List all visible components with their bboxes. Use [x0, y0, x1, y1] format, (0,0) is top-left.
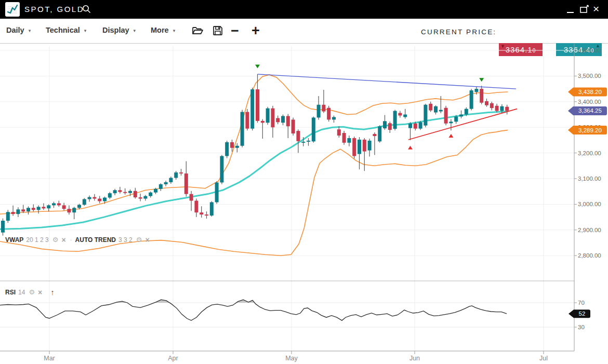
candle-body-up	[235, 146, 239, 148]
candle	[261, 119, 265, 139]
candle-body-down	[292, 119, 295, 133]
price-chart[interactable]: 3,600.003,500.003,400.003,300.003,200.00…	[0, 44, 608, 364]
candle-body-down	[67, 209, 71, 212]
menu-technical-label: Technical	[46, 26, 80, 34]
candle	[225, 141, 229, 158]
candle-body-down	[32, 208, 35, 210]
candle-body-up	[408, 124, 412, 128]
menu-technical[interactable]: Technical ▾	[46, 26, 86, 34]
candle	[88, 196, 91, 202]
candle-body-up	[419, 122, 422, 128]
zoom-out-button[interactable]: −	[231, 22, 239, 39]
candle-body-up	[403, 115, 407, 117]
candle	[179, 169, 183, 176]
rsi-label: RSI	[5, 289, 16, 296]
candle	[118, 187, 122, 194]
candle	[245, 109, 249, 130]
candle	[459, 111, 463, 118]
autotrend-params: 3 3 2	[118, 236, 133, 244]
candle	[495, 104, 499, 113]
candle	[6, 210, 10, 223]
candle	[205, 211, 208, 219]
vwap-settings-gear-icon[interactable]: ⚙	[52, 236, 59, 244]
rsi-remove-icon[interactable]: ×	[38, 289, 42, 295]
candle	[363, 138, 366, 171]
candle-body-up	[312, 117, 315, 141]
price-tick-label: 3,000.00	[578, 201, 601, 207]
candle-body-down	[373, 134, 376, 136]
price-tag: 3,289.20	[568, 126, 607, 134]
candle	[383, 115, 387, 130]
menu-more[interactable]: More ▾	[151, 26, 175, 34]
candle-body-up	[83, 199, 86, 205]
candle	[52, 201, 56, 208]
menu-more-label: More	[151, 26, 169, 34]
candle-body-up	[108, 193, 112, 197]
candle-body-up	[474, 89, 478, 92]
candle	[149, 192, 152, 198]
autotrend-remove-icon[interactable]: ×	[145, 237, 149, 243]
autotrend-settings-gear-icon[interactable]: ⚙	[136, 236, 142, 244]
minimize-window-icon[interactable]	[567, 7, 574, 13]
trendline-resistance[interactable]	[258, 74, 517, 89]
candle	[215, 181, 219, 204]
popout-window-icon[interactable]	[579, 5, 590, 16]
candle-body-down	[205, 214, 208, 215]
candle	[92, 194, 96, 201]
candle	[429, 102, 432, 112]
candle	[143, 195, 147, 201]
candle-body-up	[459, 115, 463, 117]
symbol-title: SPOT, GOLD	[24, 5, 84, 14]
candle	[256, 74, 259, 123]
price-tick-label: 3,100.00	[578, 176, 601, 182]
save-chart-icon[interactable]	[213, 25, 223, 38]
rsi-tick-label: 30	[578, 324, 585, 330]
candle-body-up	[439, 110, 443, 112]
candle	[388, 122, 392, 133]
search-icon[interactable]	[82, 5, 91, 16]
candle	[220, 155, 223, 184]
chart-area: 3,600.003,500.003,400.003,300.003,200.00…	[0, 44, 608, 364]
candle	[342, 131, 346, 145]
candle	[37, 205, 41, 213]
vwap-label: VWAP	[5, 236, 23, 244]
month-label: Jun	[409, 355, 420, 362]
candle-body-up	[1, 221, 5, 233]
candle-body-down	[352, 138, 356, 156]
candle-body-down	[256, 89, 259, 121]
candle-body-up	[103, 198, 107, 201]
menu-display[interactable]: Display ▾	[102, 26, 136, 34]
candle	[373, 132, 376, 155]
menu-timeframe[interactable]: Daily ▾	[6, 26, 31, 34]
vwap-line[interactable]	[0, 112, 508, 230]
price-tag: 3,438.20	[568, 87, 607, 96]
open-chart-icon[interactable]	[192, 25, 203, 38]
candle-body-down	[490, 103, 494, 108]
candle	[419, 121, 422, 130]
candle	[1, 219, 5, 236]
rsi-settings-gear-icon[interactable]: ⚙	[29, 288, 35, 296]
candle-body-up	[215, 182, 219, 202]
candle-body-down	[190, 194, 193, 201]
close-window-icon[interactable]: ×	[593, 2, 599, 16]
candle-body-up	[159, 184, 163, 189]
price-tag: 52	[569, 309, 590, 318]
candle	[332, 115, 336, 123]
app-logo-icon	[5, 2, 20, 17]
candle	[444, 106, 448, 126]
candle-body-down	[261, 121, 265, 123]
candle	[408, 122, 412, 140]
zoom-in-button[interactable]: +	[252, 22, 260, 39]
candle-body-down	[57, 203, 61, 205]
candle-body-up	[225, 142, 229, 156]
menu-timeframe-label: Daily	[6, 26, 24, 34]
vwap-remove-icon[interactable]: ×	[61, 237, 65, 243]
candle	[398, 111, 402, 118]
trading-app-window: SPOT, GOLD × Daily ▾ Technical ▾ Display…	[0, 0, 608, 364]
candle-body-up	[317, 105, 321, 118]
price-tick-label: 3,200.00	[578, 150, 601, 156]
rsi-move-up-icon[interactable]: ↑	[50, 288, 55, 296]
candle-body-down	[42, 207, 45, 208]
price-tick-label: 3,400.00	[578, 99, 601, 105]
candle	[485, 99, 488, 107]
